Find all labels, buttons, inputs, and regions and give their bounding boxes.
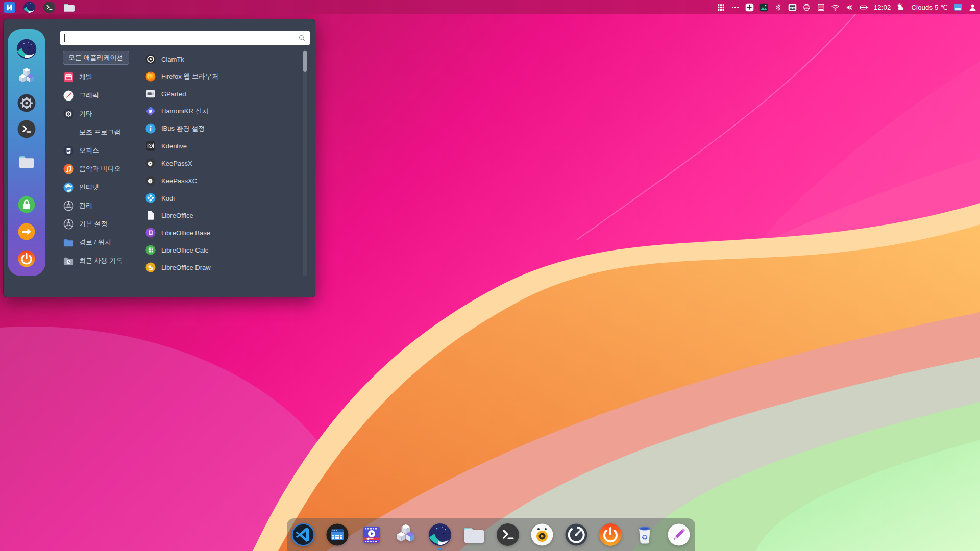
vscode-icon-vscode[interactable] (291, 522, 315, 547)
category-item[interactable]: 인터넷 (63, 178, 140, 196)
wifi-icon[interactable] (831, 3, 840, 12)
power-icon-power[interactable] (598, 522, 623, 547)
weather-label[interactable]: Clouds 5 ℃ (911, 4, 948, 11)
app-label: HamoniKR 설치 (161, 107, 208, 116)
grid-apps-icon[interactable] (717, 3, 725, 12)
app-list-item[interactable]: LibreOffice Base (145, 224, 298, 241)
category-label: 오피스 (79, 146, 99, 155)
gparted-icon (145, 88, 156, 99)
file-manager-icon-file-manager[interactable] (63, 1, 76, 14)
system-settings-button[interactable] (17, 93, 36, 113)
svg-text:♻: ♻ (642, 533, 648, 541)
desktop: 12:02 Clouds 5 ℃ 모든 애플리케이션 (0, 0, 980, 551)
terminal-icon-terminal[interactable] (496, 522, 520, 547)
whale-browser-button[interactable] (16, 38, 37, 60)
accessories-icon (63, 127, 75, 138)
app-label: Firefox 웹 브라우저 (161, 72, 218, 81)
app-label: ClamTk (161, 56, 184, 63)
more-icon[interactable] (731, 3, 740, 12)
app-list-item[interactable]: Kdenlive (145, 137, 298, 155)
firefox-icon (145, 71, 156, 82)
search-box[interactable] (60, 31, 310, 45)
category-item[interactable]: 보조 프로그램 (63, 123, 140, 141)
app-label: KeePassX (161, 160, 192, 167)
app-list-item[interactable]: KeePassXC (145, 172, 298, 189)
category-item[interactable]: 기타 (63, 105, 140, 123)
video-editor-icon-video-editor[interactable] (359, 522, 384, 547)
dev-icon (63, 71, 75, 83)
software-cubes-button[interactable] (16, 66, 37, 87)
category-column: 모든 애플리케이션 개발 그래픽 기타 (63, 51, 140, 270)
libreoffice-icon (145, 210, 156, 221)
hamonikr-installer-icon (145, 106, 156, 117)
keepassx-icon (145, 158, 156, 169)
logout-button[interactable] (17, 222, 36, 241)
app-list: ClamTk Firefox 웹 브라우저 GParted HamoniKR 설… (145, 51, 298, 276)
user-icon[interactable] (968, 3, 977, 12)
scrollbar-thumb[interactable] (303, 51, 307, 72)
app-list-item[interactable]: LibreOffice Calc (145, 241, 298, 259)
volume-icon[interactable] (845, 3, 854, 12)
app-label: IBus 환경 설정 (161, 124, 205, 133)
lock-screen-button[interactable] (17, 195, 36, 214)
places-icon (63, 237, 75, 248)
app-label: LibreOffice (161, 212, 193, 219)
all-applications-button[interactable]: 모든 애플리케이션 (63, 51, 129, 65)
category-label: 경로 / 위치 (79, 238, 111, 247)
ibus-icon (145, 123, 156, 134)
app-list-item[interactable]: LibreOffice (145, 207, 298, 224)
app-label: GParted (161, 90, 186, 98)
whale-browser-icon-whale-browser[interactable] (23, 1, 36, 14)
app-list-item[interactable]: Kodi (145, 189, 298, 207)
category-item[interactable]: 기본 설정 (63, 215, 140, 233)
app-label: Kodi (161, 194, 175, 202)
office-icon (63, 145, 75, 157)
panel-tray: 12:02 Clouds 5 ℃ (717, 3, 977, 12)
app-list-item[interactable]: KeePassX (145, 155, 298, 172)
file-manager-button[interactable] (17, 153, 36, 171)
photos-icon[interactable] (760, 3, 768, 12)
category-item[interactable]: 개발 (63, 68, 140, 86)
display-icon[interactable] (953, 3, 963, 12)
trash-icon-trash[interactable]: ♻ (632, 522, 657, 547)
search-input[interactable] (64, 34, 310, 43)
category-label: 관리 (79, 201, 92, 210)
move-handle-icon[interactable] (745, 3, 754, 12)
category-item[interactable]: 그래픽 (63, 86, 140, 105)
app-menu: 모든 애플리케이션 개발 그래픽 기타 (3, 19, 315, 297)
whale-browser-icon-whale-browser[interactable] (428, 522, 452, 547)
keyboard-icon[interactable] (788, 3, 797, 12)
terminal-button[interactable] (17, 119, 36, 139)
scanner-icon[interactable] (817, 3, 825, 12)
terminal-icon-terminal[interactable] (43, 1, 56, 14)
pencil-editor-icon-text-editor[interactable] (667, 522, 691, 547)
cubes-icon-software-cubes[interactable] (394, 522, 418, 547)
app-list-item[interactable]: GParted (145, 85, 298, 103)
category-item[interactable]: 관리 (63, 196, 140, 215)
panel-launchers (3, 1, 76, 14)
clock[interactable]: 12:02 (874, 4, 891, 11)
app-list-item[interactable]: IBus 환경 설정 (145, 120, 298, 137)
app-list-item[interactable]: HamoniKR 설치 (145, 103, 298, 120)
hamonikr-logo-icon-hamonikr-menu[interactable] (3, 1, 16, 14)
owl-media-icon-owl-media-app[interactable] (530, 522, 554, 547)
recent-icon (63, 255, 75, 267)
app-list-item[interactable]: Firefox 웹 브라우저 (145, 68, 298, 85)
category-label: 개발 (79, 72, 92, 82)
category-item[interactable]: 음악과 비디오 (63, 160, 140, 178)
system-gauge-icon-system-gauge[interactable] (564, 522, 589, 547)
shutdown-button[interactable] (17, 249, 36, 268)
app-list-item[interactable]: LibreOffice Draw (145, 259, 298, 276)
app-list-item[interactable]: ClamTk (145, 51, 298, 68)
file-manager-icon-file-manager[interactable] (462, 522, 486, 547)
onscreen-keyboard-icon-onscreen-keyboard[interactable] (325, 522, 350, 547)
category-item[interactable]: 오피스 (63, 141, 140, 160)
battery-icon[interactable] (860, 3, 868, 12)
category-item[interactable]: 경로 / 위치 (63, 233, 140, 252)
bluetooth-icon[interactable] (774, 3, 782, 12)
category-label: 그래픽 (79, 91, 99, 100)
category-item[interactable]: 최근 사용 기록 (63, 252, 140, 270)
category-label: 기타 (79, 109, 92, 118)
printer-icon[interactable] (802, 3, 811, 12)
menu-sidebar (8, 29, 45, 276)
